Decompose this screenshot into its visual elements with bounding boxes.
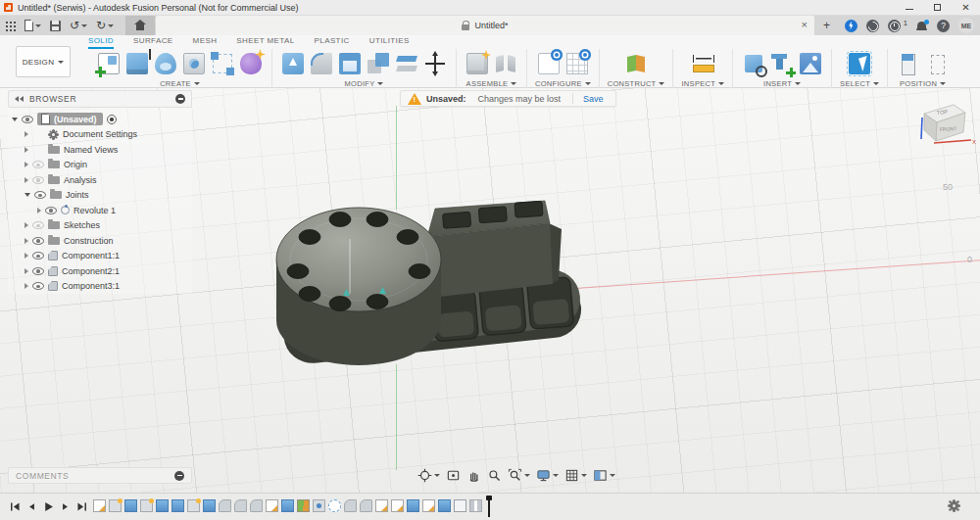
redo-button[interactable]: ↻ (96, 16, 114, 35)
data-panel-button[interactable] (6, 16, 16, 35)
timeline-feature-new-component[interactable] (187, 499, 200, 512)
tree-caret-icon[interactable] (37, 208, 41, 213)
revolve-button[interactable] (153, 50, 178, 77)
timeline-feature-joint[interactable] (469, 499, 482, 512)
timeline-feature-extrude[interactable] (203, 499, 216, 512)
tree-caret-icon[interactable] (24, 131, 28, 137)
timeline-feature-circular-pattern[interactable] (328, 499, 341, 512)
tree-caret-icon[interactable] (24, 253, 28, 259)
press-pull-button[interactable] (280, 50, 306, 77)
undo-button[interactable]: ↺ (70, 16, 87, 35)
revert-position-button[interactable] (924, 50, 950, 77)
minimize-button[interactable] (895, 0, 923, 16)
visibility-eye-icon[interactable] (32, 252, 44, 260)
hole-button[interactable] (181, 50, 207, 77)
visibility-eye-icon[interactable] (32, 282, 44, 290)
timeline-settings-gear-icon[interactable] (950, 501, 958, 510)
timeline-feature-sketch[interactable] (391, 499, 404, 512)
timeline-feature-hole[interactable] (313, 499, 325, 512)
visibility-eye-icon[interactable] (32, 176, 44, 184)
tree-caret-icon[interactable] (24, 268, 28, 274)
home-tab[interactable] (125, 16, 155, 35)
new-component-button[interactable] (465, 50, 490, 77)
selected-item-chip[interactable]: (Unsaved) (37, 113, 103, 125)
ribbon-tab-surface[interactable]: SURFACE (133, 36, 173, 49)
avatar[interactable]: ME (958, 18, 974, 33)
file-menu-button[interactable] (24, 16, 41, 35)
close-tab-button[interactable]: × (802, 19, 808, 30)
go-to-beginning-button[interactable] (8, 498, 22, 514)
activate-component-radio[interactable] (107, 115, 117, 124)
save-link[interactable]: Save (583, 94, 604, 104)
tree-caret-icon[interactable] (24, 283, 28, 289)
create-form-button[interactable] (238, 50, 264, 77)
shell-button[interactable] (337, 50, 363, 77)
construction-plane-button[interactable] (623, 50, 649, 77)
browser-item-component3-1[interactable]: Component3:1 (8, 279, 192, 295)
timeline-feature-new-component[interactable] (140, 499, 153, 512)
viewports-button[interactable] (591, 467, 617, 484)
tree-caret-icon[interactable] (24, 177, 28, 183)
document-tab[interactable]: Untitled* × (156, 16, 814, 35)
collapse-panel-icon[interactable] (15, 96, 24, 102)
visibility-eye-icon[interactable] (32, 221, 44, 229)
next-feature-button[interactable] (58, 498, 72, 514)
joint-button[interactable] (493, 50, 518, 77)
view-cube[interactable]: X TOP FRONT (914, 94, 977, 155)
timeline-feature-fillet[interactable] (219, 499, 231, 512)
timeline-feature-fillet[interactable] (344, 499, 357, 512)
timeline-playhead[interactable] (486, 496, 492, 517)
group-label-configure[interactable]: CONFIGURE (535, 79, 591, 88)
group-label-insert[interactable]: INSERT (763, 79, 801, 88)
timeline-feature-extrude[interactable] (156, 499, 169, 512)
tree-caret-icon[interactable] (24, 193, 30, 197)
browser-item-component1-1[interactable]: Component1:1 (8, 249, 192, 264)
move-copy-button[interactable] (422, 50, 448, 77)
insert-mesh-button[interactable] (741, 50, 766, 77)
save-button[interactable] (50, 16, 61, 35)
visibility-eye-icon[interactable] (22, 116, 33, 123)
timeline-feature-fillet[interactable] (250, 499, 263, 512)
tree-caret-icon[interactable] (24, 147, 28, 153)
tree-caret-icon[interactable] (24, 222, 28, 228)
ribbon-tab-sheet-metal[interactable]: SHEET METAL (236, 36, 294, 49)
select-button[interactable] (847, 50, 872, 77)
extrude-button[interactable] (124, 50, 150, 77)
timeline-feature-extrude[interactable] (407, 499, 419, 512)
configuration-table-button[interactable] (564, 50, 590, 77)
timeline-feature-sketch[interactable] (266, 499, 278, 512)
group-label-construct[interactable]: CONSTRUCT (608, 79, 665, 88)
browser-item-joints[interactable]: Joints (8, 188, 192, 204)
browser-item-unsaved[interactable]: (Unsaved) (8, 112, 192, 127)
group-label-select[interactable]: SELECT (840, 79, 879, 88)
browser-item-revolute-1[interactable]: Revolute 1 (8, 203, 192, 218)
ribbon-tab-mesh[interactable]: MESH (193, 36, 218, 49)
timeline-feature-sketch[interactable] (93, 499, 106, 512)
browser-item-origin[interactable]: Origin (8, 158, 192, 173)
ribbon-tab-utilities[interactable]: UTILITIES (369, 36, 410, 49)
browser-item-sketches[interactable]: Sketches (8, 218, 192, 234)
look-at-button[interactable] (444, 467, 463, 484)
visibility-eye-icon[interactable] (45, 207, 57, 214)
browser-item-component2-1[interactable]: Component2:1 (8, 263, 192, 279)
go-to-end-button[interactable] (74, 498, 88, 514)
timeline-feature-new-component[interactable] (109, 499, 122, 512)
timeline-feature-extrude[interactable] (124, 499, 137, 512)
timeline-feature-extrude[interactable] (281, 499, 294, 512)
timeline-feature-extrude[interactable] (438, 499, 451, 512)
tree-caret-icon[interactable] (24, 162, 28, 167)
timeline-feature-component[interactable] (454, 499, 466, 512)
insert-fastener-button[interactable] (769, 50, 795, 77)
rectangular-pattern-button[interactable] (210, 50, 235, 77)
help-button[interactable]: ? (937, 20, 950, 32)
pan-button[interactable] (465, 467, 483, 484)
job-status-icon[interactable] (845, 20, 858, 32)
timeline-feature-sketch[interactable] (375, 499, 388, 512)
previous-feature-button[interactable] (24, 498, 38, 514)
timeline-feature-construction-plane[interactable] (297, 499, 310, 512)
model-3d[interactable] (265, 178, 598, 374)
fit-button[interactable] (506, 467, 532, 484)
display-settings-button[interactable] (534, 467, 561, 484)
maximize-button[interactable] (923, 0, 952, 16)
group-label-position[interactable]: POSITION (900, 79, 946, 88)
